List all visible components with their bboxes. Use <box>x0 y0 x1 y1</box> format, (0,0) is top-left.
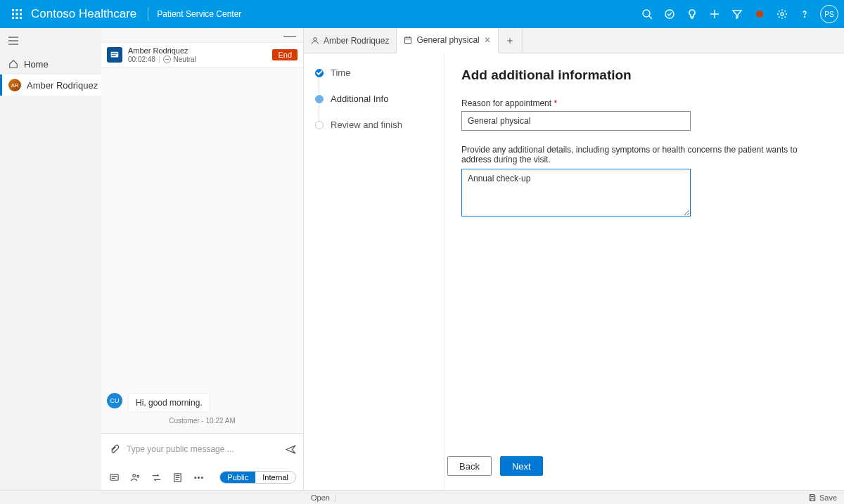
svg-rect-2 <box>20 9 22 11</box>
svg-point-28 <box>194 477 196 478</box>
svg-rect-7 <box>16 17 18 19</box>
chat-message: CU Hi, good morning. <box>107 393 298 413</box>
consult-icon[interactable] <box>129 472 141 483</box>
message-text: Hi, good morning. <box>128 393 210 413</box>
svg-rect-8 <box>20 17 22 19</box>
svg-rect-24 <box>110 474 117 479</box>
quick-reply-icon[interactable] <box>108 472 120 483</box>
calendar-icon <box>404 36 412 44</box>
svg-point-17 <box>805 17 805 18</box>
more-icon[interactable] <box>193 472 204 483</box>
step-review[interactable]: Review and finish <box>315 119 437 130</box>
conversation-timer: 00:02:48 <box>128 56 155 64</box>
attach-icon[interactable] <box>108 444 120 455</box>
reason-input[interactable] <box>461 111 691 131</box>
svg-rect-4 <box>16 13 18 15</box>
nav-active-label: Amber Rodriquez <box>27 80 98 91</box>
help-icon[interactable] <box>793 3 816 25</box>
svg-point-16 <box>781 13 784 15</box>
nav-home-label: Home <box>24 59 49 70</box>
record-icon[interactable] <box>748 3 771 25</box>
svg-rect-3 <box>12 13 14 15</box>
conversation-header: Amber Rodriquez 00:02:48 | Neutral End <box>101 42 303 67</box>
app-subtitle: Patient Service Center <box>153 9 241 19</box>
plus-icon <box>506 37 514 45</box>
nav-collapse-icon[interactable] <box>0 28 101 53</box>
home-icon <box>8 59 18 69</box>
settings-icon[interactable] <box>771 3 793 25</box>
search-icon[interactable] <box>636 3 658 25</box>
tab-patient[interactable]: Amber Rodriquez <box>304 28 397 53</box>
tab-appointment-label: General physical <box>416 35 479 45</box>
step-review-label: Review and finish <box>331 119 402 130</box>
add-icon[interactable] <box>703 3 726 25</box>
transfer-icon[interactable] <box>151 472 162 483</box>
step-time[interactable]: Time <box>315 67 437 78</box>
status-bar: Open | Save <box>0 490 844 504</box>
nav-active-session[interactable]: AR Amber Rodriquez <box>0 75 101 96</box>
step-time-label: Time <box>331 67 350 78</box>
form-title: Add additional information <box>461 67 827 83</box>
svg-rect-6 <box>12 17 14 19</box>
brand-title: Contoso Healthcare <box>28 7 143 21</box>
sentiment-label: Neutral <box>174 56 196 64</box>
save-icon <box>808 493 817 502</box>
svg-point-25 <box>132 474 135 477</box>
nav-home[interactable]: Home <box>0 53 101 75</box>
step-additional[interactable]: Additional Info <box>315 93 437 104</box>
header-divider <box>148 7 148 21</box>
svg-point-31 <box>314 37 317 41</box>
save-button[interactable]: Save <box>808 493 837 502</box>
svg-point-26 <box>136 475 139 477</box>
step-current-icon <box>315 95 324 103</box>
compose-input[interactable] <box>127 444 278 454</box>
visibility-toggle[interactable]: Public Internal <box>219 471 296 484</box>
svg-rect-32 <box>405 37 411 43</box>
end-button[interactable]: End <box>272 49 298 60</box>
tab-add[interactable] <box>499 28 523 53</box>
svg-rect-22 <box>112 53 118 53</box>
compose-area: Public Internal <box>101 433 303 490</box>
toggle-public[interactable]: Public <box>220 472 255 483</box>
svg-rect-21 <box>111 52 119 58</box>
save-label: Save <box>819 493 837 502</box>
form-panel: Add additional information Reason for ap… <box>445 53 844 490</box>
message-avatar: CU <box>107 393 122 408</box>
main-panel: Amber Rodriquez General physical ✕ Time … <box>304 28 844 490</box>
step-pending-icon <box>315 121 324 129</box>
person-icon <box>311 37 319 45</box>
app-header: Contoso Healthcare Patient Service Cente… <box>0 0 844 28</box>
step-list: Time Additional Info Review and finish <box>304 53 445 490</box>
lightbulb-icon[interactable] <box>681 3 703 25</box>
next-button[interactable]: Next <box>500 456 543 476</box>
left-nav: Home AR Amber Rodriquez <box>0 28 101 490</box>
toggle-internal[interactable]: Internal <box>255 472 295 483</box>
svg-rect-39 <box>811 498 814 500</box>
user-avatar[interactable]: PS <box>820 5 838 23</box>
sentiment-icon <box>163 56 171 63</box>
svg-rect-5 <box>20 13 22 15</box>
filter-icon[interactable] <box>726 3 748 25</box>
svg-rect-1 <box>16 9 18 11</box>
svg-point-29 <box>198 477 199 478</box>
svg-point-15 <box>756 11 763 18</box>
svg-point-30 <box>201 477 203 478</box>
task-icon[interactable] <box>658 3 681 25</box>
notes-icon[interactable] <box>172 472 183 483</box>
svg-rect-23 <box>112 55 116 56</box>
tab-close-icon[interactable]: ✕ <box>484 35 491 45</box>
details-label: Provide any additional details, includin… <box>461 145 827 164</box>
message-meta: Customer - 10:22 AM <box>107 417 298 425</box>
reason-label: Reason for appointment * <box>461 98 827 108</box>
app-launcher-icon[interactable] <box>6 3 28 25</box>
svg-rect-0 <box>12 9 14 11</box>
svg-rect-38 <box>811 494 814 496</box>
tab-appointment[interactable]: General physical ✕ <box>397 28 498 53</box>
svg-point-9 <box>643 10 650 17</box>
step-done-icon <box>315 69 324 77</box>
back-button[interactable]: Back <box>447 456 492 476</box>
details-textarea[interactable] <box>461 169 691 217</box>
tab-patient-label: Amber Rodriquez <box>324 36 389 46</box>
conversation-panel: — Amber Rodriquez 00:02:48 | Neutral End… <box>101 28 304 490</box>
send-icon[interactable] <box>285 444 296 455</box>
